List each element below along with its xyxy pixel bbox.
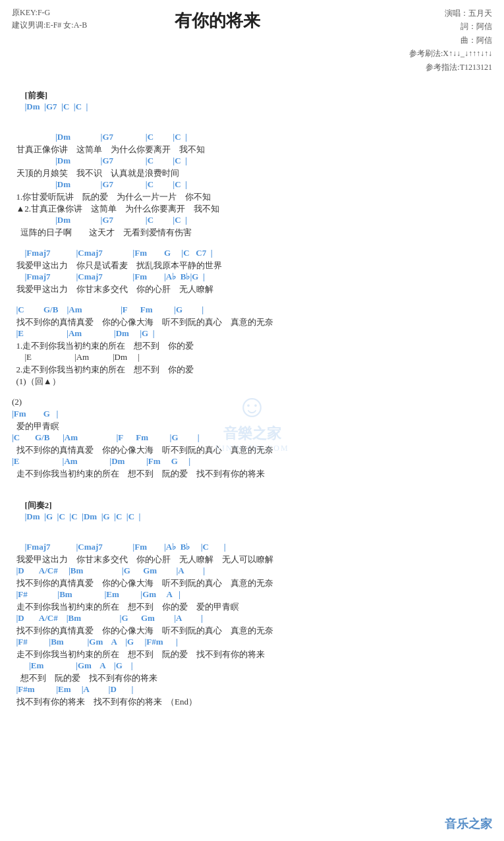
c1-lyric4: 2.走不到你我当初约束的所在 想不到 你的爱 xyxy=(12,364,492,376)
s2-chord2: |C G/B |Am |F Fm |G | xyxy=(12,432,492,444)
f-chord7: |F#m |Em |A |D | xyxy=(12,684,492,696)
b1-lyric1: 我爱甲这出力 你只是试看麦 扰乱我原本平静的世界 xyxy=(12,260,492,272)
interlude2-block: [间奏2] |Dm |G |C |C |Dm |G |C |C | xyxy=(12,489,492,533)
c1-chord2: |E |Am |Dm |G | xyxy=(12,328,492,340)
f-lyric7: 找不到有你的将来 找不到有你的将来 （End） xyxy=(12,696,492,708)
key-info: 原KEY:F-G 建议男调:E-F# 女:A-B xyxy=(12,7,87,32)
c1-lyric2: 1.走不到你我当初约束的所在 想不到 你的爱 xyxy=(12,340,492,352)
song-sheet: ☺ 音樂之家 YINYUEZJ.COM 原KEY:F-G 建议男调:E-F# 女… xyxy=(0,0,504,841)
c1-lyric5: (1)（回▲） xyxy=(12,376,492,388)
song-title: 有你的将来 xyxy=(87,7,347,32)
v1-lyric5: 逗阵的日子啊 这天才 无看到爱情有伤害 xyxy=(12,227,492,239)
c1-lyric1: 找不到你的真情真爱 你的心像大海 听不到阮的真心 真意的无奈 xyxy=(12,316,492,328)
artist-info: 演唱：五月天 詞：阿信 曲：阿信 xyxy=(347,7,492,47)
f-chord5: |F# |Bm |Gm A |G |F#m | xyxy=(12,637,492,649)
f-lyric3: 走不到你我当初约束的所在 想不到 你的爱 爱的甲青瞑 xyxy=(12,601,492,613)
v1-lyric2: 天顶的月娘笑 我不识 认真就是浪费时间 xyxy=(12,167,492,179)
chorus1-block: |C G/B |Am |F Fm |G | 找不到你的真情真爱 你的心像大海 听… xyxy=(12,304,492,388)
f-chord2: |D A/C# |Bm |G Gm |A | xyxy=(12,566,492,577)
v1-lyric3: 1.你甘爱听阮讲 阮的爱 为什么一片一片 你不知 xyxy=(12,191,492,203)
strum-pattern: 参考刷法:X↑↓↓_↓↑↑↑↓↑↓ 参考指法:T1213121 xyxy=(347,47,492,74)
bridge1-block: |Fmaj7 |Cmaj7 |Fm G |C C7 | 我爱甲这出力 你只是试看… xyxy=(12,248,492,295)
s2-label: (2) xyxy=(12,397,492,409)
f-lyric4: 找不到你的真情真爱 你的心像大海 听不到阮的真心 真意的无奈 xyxy=(12,625,492,637)
s2-lyric2: 找不到你的真情真爱 你的心像大海 听不到阮的真心 真意的无奈 xyxy=(12,444,492,456)
f-lyric6: 想不到 阮的爱 找不到有你的将来 xyxy=(12,672,492,684)
c1-lyric3: |E |Am |Dm | xyxy=(12,352,492,364)
f-lyric5: 走不到你我当初约束的所在 想不到 阮的爱 找不到有你的将来 xyxy=(12,649,492,660)
b1-lyric2: 我爱甲这出力 你甘末多交代 你的心肝 无人瞭解 xyxy=(12,283,492,295)
section2-block: (2) |Fm G | 爱的甲青瞑 |C G/B |Am |F Fm |G | … xyxy=(12,397,492,480)
f-lyric2: 找不到你的真情真爱 你的心像大海 听不到阮的真心 真意的无奈 xyxy=(12,577,492,589)
f-lyric1: 我爱甲这出力 你甘末多交代 你的心肝 无人瞭解 无人可以瞭解 xyxy=(12,554,492,566)
b1-chord2: |Fmaj7 |Cmaj7 |Fm |A♭ B♭|G | xyxy=(12,272,492,283)
f-chord4: |D A/C# |Bm |G Gm |A | xyxy=(12,613,492,625)
s2-lyric1: 爱的甲青瞑 xyxy=(12,420,492,432)
header: 原KEY:F-G 建议男调:E-F# 女:A-B 有你的将来 演唱：五月天 詞：… xyxy=(12,7,492,74)
final-block: |Fmaj7 |Cmaj7 |Fm |A♭ B♭ |C | 我爱甲这出力 你甘末… xyxy=(12,542,492,732)
v1-chord2: |Dm |G7 |C |C | xyxy=(12,156,492,167)
f-chord6: |Em |Gm A |G | xyxy=(12,660,492,672)
s2-lyric3: 走不到你我当初约束的所在 想不到 阮的爱 找不到有你的将来 xyxy=(12,468,492,480)
f-chord8 xyxy=(12,708,492,720)
v1-chord3: |Dm |G7 |C |C | xyxy=(12,179,492,191)
prelude-line: [前奏] |Dm |G7 |C |C | xyxy=(12,79,492,123)
prelude-section: [前奏] |Dm |G7 |C |C | xyxy=(12,79,492,123)
f-chord3: |F# |Bm |Em |Gm A | xyxy=(12,589,492,601)
c1-chord1: |C G/B |Am |F Fm |G | xyxy=(12,304,492,316)
v1-chord1: |Dm |G7 |C |C | xyxy=(12,132,492,144)
interlude2-line: [间奏2] |Dm |G |C |C |Dm |G |C |C | xyxy=(12,489,492,533)
v1-lyric4: ▲2.甘真正像你讲 这简单 为什么你要离开 我不知 xyxy=(12,203,492,215)
original-key: 原KEY:F-G xyxy=(12,7,87,19)
f-chord1: |Fmaj7 |Cmaj7 |Fm |A♭ B♭ |C | xyxy=(12,542,492,554)
f-lyric8 xyxy=(12,720,492,732)
footer-logo: 音乐之家 xyxy=(445,816,492,832)
v1-chord4: |Dm |G7 |C |C | xyxy=(12,215,492,227)
v1-lyric1: 甘真正像你讲 这简单 为什么你要离开 我不知 xyxy=(12,144,492,156)
b1-chord1: |Fmaj7 |Cmaj7 |Fm G |C C7 | xyxy=(12,248,492,260)
suggested-key: 建议男调:E-F# 女:A-B xyxy=(12,19,87,32)
verse1-block: |Dm |G7 |C |C | 甘真正像你讲 这简单 为什么你要离开 我不知 |… xyxy=(12,132,492,239)
s2-chord3: |E |Am |Dm |Fm G | xyxy=(12,456,492,468)
s2-chord1: |Fm G | xyxy=(12,409,492,420)
